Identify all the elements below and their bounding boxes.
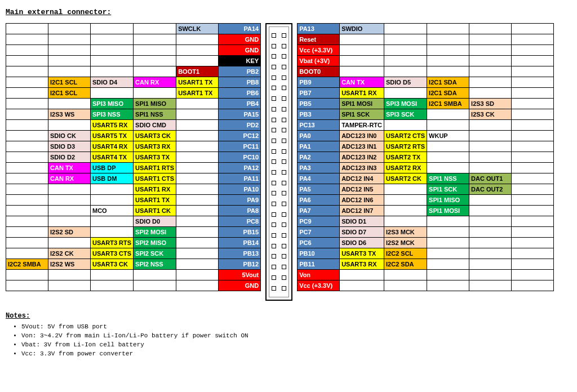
empty-cell xyxy=(48,66,91,77)
pin-cell: USART1 CTS xyxy=(134,173,176,184)
empty-cell xyxy=(91,34,134,45)
pin-cell: DAC OUT1 xyxy=(469,173,512,184)
pin-cell: PA3 xyxy=(298,163,340,173)
connector-pin xyxy=(272,107,276,112)
empty-cell xyxy=(469,66,512,77)
empty-cell xyxy=(176,163,219,173)
empty-cell xyxy=(512,280,554,291)
empty-cell xyxy=(384,24,427,34)
pin-cell: BOOT0 xyxy=(298,66,340,77)
empty-cell xyxy=(134,88,176,99)
pin-cell: I2C1 SMBA xyxy=(427,99,469,109)
pin-cell: PB14 xyxy=(219,238,261,248)
notes-heading: Notes: xyxy=(6,312,571,320)
empty-cell xyxy=(469,24,512,34)
pin-cell: SDIO CK xyxy=(48,131,91,141)
empty-cell xyxy=(6,152,48,163)
pin-cell: PC12 xyxy=(219,131,261,141)
pin-cell: I2S2 WS xyxy=(48,259,91,270)
connector-pin xyxy=(282,181,286,185)
connector-pin-row xyxy=(272,199,286,210)
empty-cell xyxy=(6,238,48,248)
empty-cell xyxy=(512,216,554,227)
pin-cell: SPI1 NSS xyxy=(427,173,469,184)
pin-cell: I2C1 SCL xyxy=(48,88,91,99)
empty-cell xyxy=(427,56,469,66)
empty-cell xyxy=(512,99,554,109)
empty-cell xyxy=(427,163,469,173)
pin-cell: SPI1 SCK xyxy=(340,109,384,120)
empty-cell xyxy=(469,163,512,173)
pin-cell: SPI1 SCK xyxy=(427,184,469,195)
pin-cell: SPI1 MISO xyxy=(134,99,176,109)
pin-cell: SDIO D2 xyxy=(48,152,91,163)
empty-cell xyxy=(91,24,134,34)
pin-cell: PB2 xyxy=(219,66,261,77)
pin-cell: PB4 xyxy=(219,99,261,109)
empty-cell xyxy=(427,248,469,259)
pin-cell: SPI1 MISO xyxy=(427,195,469,206)
empty-cell xyxy=(6,216,48,227)
pin-cell: PA5 xyxy=(298,184,340,195)
pin-cell: Vcc (+3.3V) xyxy=(298,45,340,56)
pin-cell: I2S3 MCK xyxy=(384,227,427,238)
empty-cell xyxy=(512,152,554,163)
pin-cell: USART2 RTS xyxy=(384,141,427,152)
pin-cell: 5Vout xyxy=(219,270,261,280)
empty-cell xyxy=(384,120,427,131)
pin-cell: USART3 CK xyxy=(91,259,134,270)
empty-cell xyxy=(91,45,134,56)
pin-cell: ADC123 IN1 xyxy=(340,141,384,152)
pin-cell: I2S2 SD xyxy=(48,227,91,238)
empty-cell xyxy=(134,280,176,291)
pin-cell: KEY xyxy=(219,56,261,66)
empty-cell xyxy=(6,195,48,206)
empty-cell xyxy=(340,280,384,291)
connector-pin xyxy=(272,170,276,175)
empty-cell xyxy=(469,56,512,66)
pin-cell: PA8 xyxy=(219,206,261,216)
connector-pin-row xyxy=(272,146,286,157)
pin-cell: PC11 xyxy=(219,141,261,152)
empty-cell xyxy=(176,259,219,270)
connector-pin-row xyxy=(272,51,286,62)
empty-cell xyxy=(512,131,554,141)
empty-cell xyxy=(469,120,512,131)
connector-pin-row xyxy=(272,241,286,252)
pin-cell: PB7 xyxy=(298,88,340,99)
connector-pin-row xyxy=(272,62,286,73)
empty-cell xyxy=(469,141,512,152)
pin-cell: PC8 xyxy=(219,216,261,227)
empty-cell xyxy=(176,173,219,184)
pin-cell: SDIO D1 xyxy=(340,216,384,227)
empty-cell xyxy=(176,206,219,216)
empty-cell xyxy=(48,120,91,131)
pin-cell: I2C2 SDA xyxy=(384,259,427,270)
connector-pin xyxy=(282,212,286,217)
pin-cell: PA10 xyxy=(219,184,261,195)
notes-list: 5Vout: 5V from USB portVon: 3~4.2V from … xyxy=(6,322,571,358)
empty-cell xyxy=(176,99,219,109)
pin-cell: SDIO D6 xyxy=(340,238,384,248)
pin-cell: PB13 xyxy=(219,248,261,259)
empty-cell xyxy=(384,184,427,195)
pin-cell: PA4 xyxy=(298,173,340,184)
pin-cell: MCO xyxy=(91,206,134,216)
pin-cell: PB10 xyxy=(298,248,340,259)
pin-cell: SPI3 MOSI xyxy=(384,99,427,109)
connector-pin xyxy=(272,254,276,259)
empty-cell xyxy=(176,120,219,131)
empty-cell xyxy=(48,56,91,66)
connector-pin-row xyxy=(272,125,286,136)
empty-cell xyxy=(512,238,554,248)
empty-cell xyxy=(512,227,554,238)
empty-cell xyxy=(48,45,91,56)
empty-cell xyxy=(469,270,512,280)
empty-cell xyxy=(427,270,469,280)
empty-cell xyxy=(469,248,512,259)
connector-pin-row xyxy=(272,83,286,93)
pin-cell: USART2 CTS xyxy=(384,131,427,141)
empty-cell xyxy=(134,270,176,280)
pin-cell: SPI2 MISO xyxy=(134,238,176,248)
connector-pin-row xyxy=(272,115,286,126)
